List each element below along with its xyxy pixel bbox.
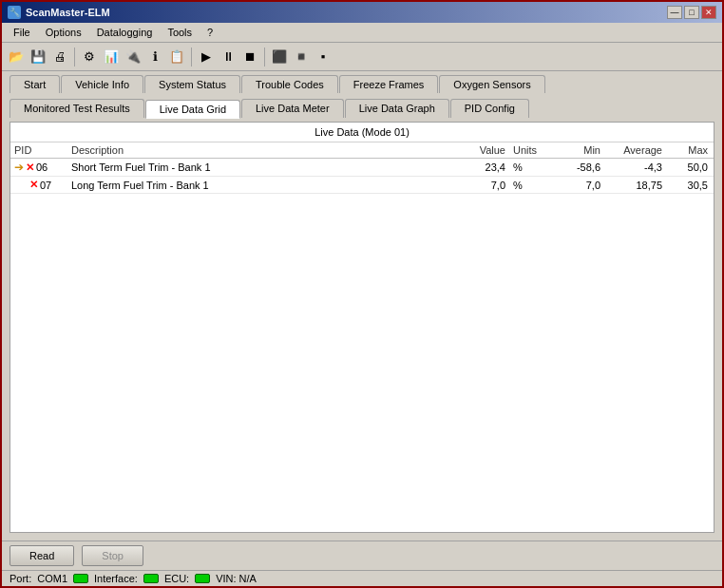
tb-extra1-button[interactable]: ⬛ [269, 47, 290, 67]
minimize-button[interactable]: — [667, 6, 682, 19]
menu-help[interactable]: ? [200, 25, 220, 40]
x-icon: ✕ [29, 179, 38, 191]
tb-pause-button[interactable]: ⏸ [218, 47, 238, 67]
tab-system-status[interactable]: System Status [144, 75, 240, 93]
cell-pid: ✕ 07 [10, 177, 67, 194]
table-row[interactable]: ✕ 07 Long Term Fuel Trim - Bank 1 7,0 % … [10, 177, 714, 194]
header-average: Average [604, 142, 666, 159]
tb-settings-button[interactable]: ⚙ [79, 47, 100, 67]
tb-clipboard-button[interactable]: 📋 [166, 47, 187, 67]
table-body: ➔ ✕ 06 Short Term Fuel Trim - Bank 1 23,… [10, 159, 714, 194]
menu-file[interactable]: File [6, 25, 38, 40]
tab-monitored-test[interactable]: Monitored Test Results [10, 99, 144, 118]
port-label: Port: [10, 573, 31, 584]
section-title: Live Data (Mode 01) [10, 123, 714, 142]
ecu-led [195, 574, 210, 583]
tab-start[interactable]: Start [10, 75, 60, 93]
tab-pid-config[interactable]: PID Config [450, 99, 529, 118]
cell-max: 50,0 [666, 159, 714, 177]
tab-oxygen-sensors[interactable]: Oxygen Sensors [439, 75, 544, 93]
header-min: Min [547, 142, 604, 159]
tb-extra2-button[interactable]: ◾ [291, 47, 312, 67]
tabs-row1: Start Vehicle Info System Status Trouble… [2, 71, 722, 93]
table-row[interactable]: ➔ ✕ 06 Short Term Fuel Trim - Bank 1 23,… [10, 159, 714, 177]
app-icon: 🔧 [8, 6, 21, 19]
header-max: Max [666, 142, 714, 159]
tab-freeze-frames[interactable]: Freeze Frames [339, 75, 439, 93]
window-title: ScanMaster-ELM [26, 7, 110, 18]
toolbar-sep-1 [74, 47, 75, 66]
tb-connect-button[interactable]: 🔌 [123, 47, 143, 67]
toolbar-sep-3 [264, 47, 265, 66]
cell-description: Long Term Fuel Trim - Bank 1 [67, 177, 457, 194]
interface-led [143, 574, 159, 583]
menu-datalogging[interactable]: Datalogging [89, 25, 161, 40]
cell-min: 7,0 [547, 177, 604, 194]
tabs-row2: Monitored Test Results Live Data Grid Li… [2, 95, 722, 118]
cell-min: -58,6 [547, 159, 604, 177]
cell-average: -4,3 [604, 159, 666, 177]
tab-live-data-graph[interactable]: Live Data Graph [345, 99, 449, 118]
title-buttons: — □ ✕ [667, 6, 716, 19]
tb-info-button[interactable]: ℹ [144, 47, 165, 67]
live-data-table: PID Description Value Units Min Average … [10, 142, 714, 194]
header-pid: PID [10, 142, 67, 159]
cell-pid: ➔ ✕ 06 [10, 159, 67, 177]
main-window: 🔧 ScanMaster-ELM — □ ✕ File Options Data… [0, 0, 724, 588]
tb-play-button[interactable]: ▶ [196, 47, 217, 67]
menu-bar: File Options Datalogging Tools ? [2, 23, 722, 43]
table-header-row: PID Description Value Units Min Average … [10, 142, 714, 159]
arrow-icon: ➔ [14, 161, 24, 174]
cell-units: % [509, 159, 547, 177]
cell-units: % [509, 177, 547, 194]
tb-stop-button[interactable]: ⏹ [239, 47, 260, 67]
header-units: Units [509, 142, 547, 159]
tb-save-button[interactable]: 💾 [28, 47, 48, 67]
tab-live-data-meter[interactable]: Live Data Meter [241, 99, 344, 118]
title-bar-left: 🔧 ScanMaster-ELM [8, 6, 110, 19]
menu-options[interactable]: Options [38, 25, 89, 40]
toolbar-sep-2 [191, 47, 192, 66]
title-bar: 🔧 ScanMaster-ELM — □ ✕ [2, 2, 722, 23]
menu-tools[interactable]: Tools [160, 25, 200, 40]
tab-live-data-grid[interactable]: Live Data Grid [145, 100, 240, 119]
vin-label: VIN: N/A [216, 573, 257, 584]
cell-max: 30,5 [666, 177, 714, 194]
close-button[interactable]: ✕ [701, 6, 716, 19]
read-button[interactable]: Read [10, 545, 74, 566]
cell-pid-value: 07 [40, 180, 51, 191]
maximize-button[interactable]: □ [684, 6, 699, 19]
cell-pid-value: 06 [36, 161, 48, 173]
port-value: COM1 [37, 573, 67, 584]
cell-description: Short Term Fuel Trim - Bank 1 [67, 159, 457, 177]
content-area: Live Data (Mode 01) PID Description Valu… [10, 122, 714, 533]
header-description: Description [67, 142, 457, 159]
tb-print-button[interactable]: 🖨 [49, 47, 70, 67]
tab-vehicle-info[interactable]: Vehicle Info [61, 75, 143, 93]
tab-trouble-codes[interactable]: Trouble Codes [241, 75, 338, 93]
status-bar: Port: COM1 Interface: ECU: VIN: N/A [2, 570, 722, 586]
ecu-label: ECU: [164, 573, 189, 584]
tb-extra3-button[interactable]: ▪ [313, 47, 333, 67]
header-value: Value [457, 142, 509, 159]
x-icon: ✕ [26, 161, 34, 174]
tb-chart-button[interactable]: 📊 [101, 47, 122, 67]
interface-label: Interface: [94, 573, 138, 584]
cell-value: 23,4 [457, 159, 509, 177]
bottom-bar: Read Stop [2, 541, 722, 570]
toolbar: 📂 💾 🖨 ⚙ 📊 🔌 ℹ 📋 ▶ ⏸ ⏹ ⬛ ◾ ▪ [2, 43, 722, 71]
tb-open-button[interactable]: 📂 [6, 47, 27, 67]
cell-average: 18,75 [604, 177, 666, 194]
stop-button[interactable]: Stop [82, 545, 143, 566]
port-led [73, 574, 88, 583]
cell-value: 7,0 [457, 177, 509, 194]
